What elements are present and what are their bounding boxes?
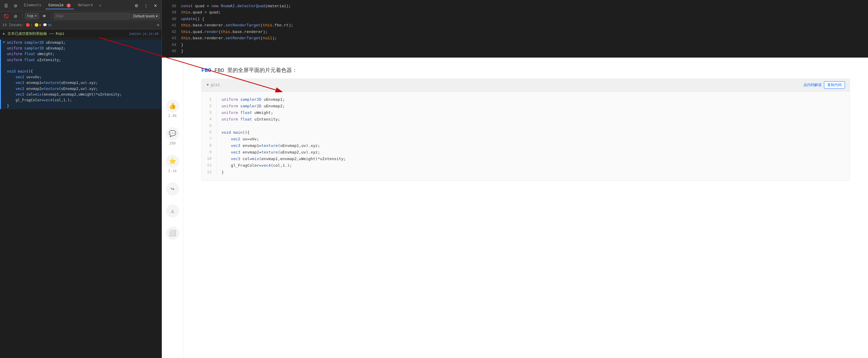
tab-network[interactable]: Network (75, 2, 96, 9)
context-dropdown[interactable]: top ▾ (25, 13, 39, 19)
toast-notification: ▶ 文本已成功复制到剪贴板 —— Kopi juejin.js.js:25 (0, 29, 161, 38)
default-levels-button[interactable]: Default levels ▾ (131, 13, 160, 19)
separator-2 (51, 13, 51, 19)
console-toolbar: 🚫 ⊘ top ▾ 👁 Default levels ▾ (0, 11, 161, 21)
section-title: FBO FBO 里的全屏平面的片元着色器： (202, 66, 850, 74)
settings-icon[interactable]: ⚙ (132, 1, 141, 10)
filter-icon[interactable]: ⊘ (11, 12, 20, 20)
tab-console[interactable]: Console 1 (45, 2, 74, 9)
code-area: 123456789101112 uniform sampler2D uEnvma… (202, 91, 850, 180)
error-badge: 🔴 1 (26, 23, 33, 27)
article-panel: 38 const quad = new RoamAI.detectorQuad(… (162, 0, 868, 358)
star-count: 2.1k (168, 169, 177, 173)
devtools-tabs: ☰ ⊘ Elements Console 1 Network » ⚙ ⋮ ✕ (0, 0, 161, 11)
glsl-code-block: ▼ glsl 品代码解读 复制代码 123456789101112 unifor… (202, 79, 850, 181)
fullscreen-icon: ⬜ (166, 227, 179, 240)
console-line-expanded: ▶ uniform sampler2D uEnvmap1; uniform sa… (0, 39, 161, 109)
issues-settings-icon[interactable]: ⚙ (157, 23, 159, 27)
cursor-icon[interactable]: ☰ (2, 1, 10, 10)
code-block-actions: 品代码解读 复制代码 (804, 81, 845, 89)
code-line-43: 43 this.base.renderer.setRenderTarget(nu… (162, 35, 868, 41)
issues-bar: 14 Issues: 🔴 1 🟡 6 💬 35 ⚙ (0, 21, 161, 29)
comment-icon: 💬 (166, 127, 179, 140)
expand-icon: ▶ (3, 40, 5, 44)
code-line-45: 45 } (162, 48, 868, 54)
devtools-panel: ☰ ⊘ Elements Console 1 Network » ⚙ ⋮ ✕ 🚫… (0, 0, 162, 358)
toast-message: 文本已成功复制到剪贴板 —— Kopi (7, 31, 64, 36)
ban-icon[interactable]: ⊘ (11, 1, 20, 10)
share-icon: ↪ (166, 182, 179, 196)
share-action[interactable]: ↪ (166, 182, 179, 196)
lang-label: ▼ glsl (207, 83, 220, 87)
comment-action[interactable]: 💬 289 (166, 127, 179, 146)
filter-input[interactable] (54, 13, 130, 20)
clear-console-icon[interactable]: 🚫 (2, 12, 10, 20)
console-code-area: ▶ uniform sampler2D uEnvmap1; uniform sa… (0, 38, 161, 358)
warning-badge: 🟡 6 (34, 23, 41, 27)
fullscreen-action[interactable]: ⬜ (166, 227, 179, 240)
main-article-body: FBO FBO 里的全屏平面的片元着色器： ▼ glsl 品代码解读 复制代码 (183, 58, 868, 358)
lang-name: glsl (211, 83, 220, 87)
explain-link[interactable]: 品代码解读 (804, 83, 822, 88)
article-content: 👍 2.0k 💬 289 ⭐ 2.1k ↪ ⚠ ⬜ (162, 58, 868, 358)
star-icon: ⭐ (166, 155, 179, 168)
info-badge: 💬 35 (43, 23, 52, 27)
code-block-header: ▼ glsl 品代码解读 复制代码 (202, 79, 850, 91)
console-code-block: uniform sampler2D uEnvmap1; uniform samp… (7, 40, 122, 109)
code-line-38: 38 const quad = new RoamAI.detectorQuad(… (162, 3, 868, 9)
comment-count: 289 (169, 142, 176, 146)
expand-arrow: ▶ (3, 31, 5, 36)
highlight-fbo: FBO (202, 67, 211, 73)
code-line-39: 39 this.quad = quad; (162, 9, 868, 16)
report-action[interactable]: ⚠ (166, 205, 179, 218)
section-title-text: FBO 里的全屏平面的片元着色器： (214, 67, 297, 73)
code-content: uniform sampler2D uEnvmap1; uniform samp… (217, 96, 351, 176)
like-count: 2.0k (168, 114, 177, 118)
eye-icon[interactable]: 👁 (40, 12, 49, 20)
separator (22, 13, 23, 19)
close-icon[interactable]: ✕ (151, 1, 160, 10)
sidebar-actions: 👍 2.0k 💬 289 ⭐ 2.1k ↪ ⚠ ⬜ (162, 58, 183, 358)
code-line-41: 41 this.base.renderer.setRenderTarget(th… (162, 22, 868, 28)
tab-elements[interactable]: Elements (21, 2, 44, 9)
console-badge: 1 (66, 4, 71, 7)
more-options-icon[interactable]: ⋮ (142, 1, 150, 10)
more-tabs[interactable]: » (97, 2, 103, 9)
code-line-40: 40 update() { (162, 16, 868, 22)
toast-source[interactable]: juejin.js.js:25 (129, 32, 159, 36)
line-numbers: 123456789101112 (202, 96, 217, 176)
code-line-44: 44 } (162, 42, 868, 48)
warning-icon: ⚠ (166, 205, 179, 218)
copy-code-button[interactable]: 复制代码 (824, 81, 845, 89)
top-code-section: 38 const quad = new RoamAI.detectorQuad(… (162, 0, 868, 58)
code-line-42: 42 this.quad.render(this.base.renderer); (162, 29, 868, 35)
like-icon: 👍 (166, 99, 179, 113)
collapse-arrow[interactable]: ▼ (207, 83, 209, 87)
like-action[interactable]: 👍 2.0k (166, 99, 179, 118)
star-action[interactable]: ⭐ 2.1k (166, 155, 179, 173)
